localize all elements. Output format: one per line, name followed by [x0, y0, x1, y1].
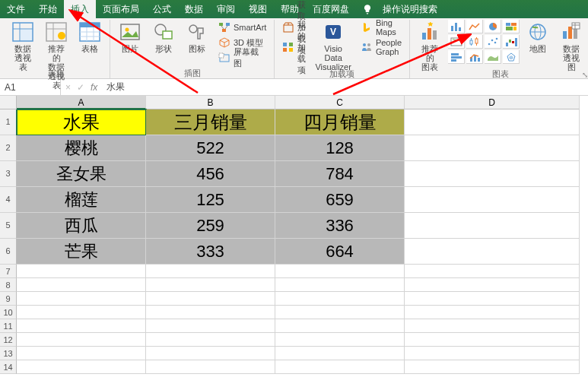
cell[interactable] — [146, 319, 275, 333]
cell[interactable] — [405, 278, 580, 292]
fx-icon[interactable]: fx — [91, 82, 97, 93]
cell[interactable] — [405, 135, 580, 161]
menu-view[interactable]: 视图 — [242, 0, 274, 18]
tellme-input[interactable]: 操作说明搜索 — [376, 0, 444, 18]
cell[interactable] — [275, 319, 405, 333]
chart-map-button[interactable] — [448, 35, 465, 49]
chart-line-button[interactable] — [466, 20, 483, 33]
cell[interactable]: 芒果 — [17, 239, 146, 265]
cell[interactable] — [146, 360, 275, 374]
cell[interactable] — [17, 347, 146, 360]
cell[interactable] — [405, 333, 580, 347]
peoplegraph-button[interactable]: People Graph — [358, 40, 405, 55]
visio-button[interactable]: V Visio Data Visualizer — [312, 20, 354, 73]
recommended-pivot-button[interactable]: 推荐的 数据透视表 — [41, 20, 72, 91]
cell[interactable]: 333 — [146, 239, 275, 265]
cell[interactable]: 784 — [275, 161, 405, 187]
cell[interactable] — [405, 161, 580, 187]
row-header[interactable]: 10 — [0, 306, 17, 319]
cell[interactable] — [146, 265, 275, 278]
cell[interactable] — [17, 306, 146, 319]
cell[interactable]: 664 — [275, 239, 405, 265]
row-header[interactable]: 13 — [0, 347, 17, 360]
cell[interactable] — [405, 239, 580, 265]
table-button[interactable]: 表格 — [75, 20, 105, 55]
row-header[interactable]: 2 — [0, 135, 17, 161]
cell[interactable]: 128 — [275, 135, 405, 161]
cell[interactable]: 522 — [146, 135, 275, 161]
chart-waterfall-button[interactable] — [503, 35, 520, 49]
menu-insert[interactable]: 插入 — [64, 0, 96, 18]
cell[interactable] — [17, 265, 146, 278]
chart-column-button[interactable] — [448, 20, 465, 33]
cell[interactable] — [275, 347, 405, 360]
cell[interactable] — [405, 306, 580, 319]
chart-pie-button[interactable] — [485, 20, 501, 33]
col-header-a[interactable]: A — [17, 96, 146, 109]
cell[interactable] — [405, 347, 580, 360]
cell[interactable] — [17, 292, 146, 306]
pictures-button[interactable]: 图片 — [115, 20, 145, 55]
cell[interactable] — [17, 278, 146, 292]
cell[interactable]: 125 — [146, 187, 275, 213]
cell[interactable] — [405, 187, 580, 213]
cell[interactable] — [146, 278, 275, 292]
chart-stat-button[interactable] — [466, 35, 483, 49]
bingmaps-button[interactable]: Bing Maps — [358, 20, 405, 35]
cell[interactable] — [405, 319, 580, 333]
cell[interactable] — [275, 292, 405, 306]
smartart-button[interactable]: SmartArt — [215, 20, 269, 35]
row-header[interactable]: 7 — [0, 265, 17, 278]
cell[interactable]: 樱桃 — [17, 135, 146, 161]
cell[interactable] — [405, 292, 580, 306]
row-header[interactable]: 8 — [0, 278, 17, 292]
select-all-corner[interactable] — [0, 96, 17, 109]
menu-baidu[interactable]: 百度网盘 — [306, 0, 356, 18]
recommended-charts-button[interactable]: 推荐的 图表 — [415, 20, 445, 73]
my-addin-button[interactable]: 我的加载项 — [279, 40, 309, 55]
cell[interactable] — [405, 265, 580, 278]
cell[interactable] — [405, 360, 580, 374]
spreadsheet[interactable]: A B C D 1水果三月销量四月销量2樱桃5221283圣女果4567844榴… — [0, 96, 588, 374]
menu-data[interactable]: 数据 — [178, 0, 210, 18]
cell[interactable]: 336 — [275, 213, 405, 239]
cell[interactable] — [275, 265, 405, 278]
menu-home[interactable]: 开始 — [32, 0, 64, 18]
row-header[interactable]: 14 — [0, 360, 17, 374]
cell[interactable] — [405, 109, 580, 135]
chart-scatter-button[interactable] — [485, 35, 501, 49]
row-header[interactable]: 6 — [0, 239, 17, 265]
cell[interactable] — [146, 306, 275, 319]
icons-button[interactable]: 图标 — [182, 20, 212, 55]
row-header[interactable]: 3 — [0, 161, 17, 187]
charts-dialog-launcher[interactable]: ⤡ — [582, 71, 588, 79]
maps-button[interactable]: 地图 — [523, 20, 553, 55]
cell[interactable]: 榴莲 — [17, 187, 146, 213]
cell[interactable] — [275, 306, 405, 319]
menu-file[interactable]: 文件 — [0, 0, 32, 18]
cell[interactable] — [146, 333, 275, 347]
chart-surface-button[interactable] — [485, 50, 501, 64]
cell[interactable]: 259 — [146, 213, 275, 239]
row-header[interactable]: 1 — [0, 109, 17, 135]
row-header[interactable]: 12 — [0, 333, 17, 347]
cell[interactable]: 456 — [146, 161, 275, 187]
cell[interactable]: 水果 — [17, 109, 146, 135]
row-header[interactable]: 9 — [0, 292, 17, 306]
cell[interactable] — [275, 333, 405, 347]
cell[interactable]: 西瓜 — [17, 213, 146, 239]
col-header-c[interactable]: C — [275, 96, 405, 109]
cell[interactable] — [405, 213, 580, 239]
cell[interactable] — [17, 360, 146, 374]
col-header-b[interactable]: B — [146, 96, 275, 109]
cell[interactable] — [275, 360, 405, 374]
chart-bar-button[interactable] — [448, 50, 465, 64]
screenshot-button[interactable]: 屏幕截图 — [215, 50, 269, 65]
pivottable-button[interactable]: 数据 透视表 — [8, 20, 38, 73]
chart-hierarchy-button[interactable] — [503, 20, 520, 33]
formula-input[interactable]: 水果 — [102, 81, 588, 94]
cell[interactable]: 圣女果 — [17, 161, 146, 187]
confirm-icon[interactable]: ✓ — [77, 82, 84, 93]
cell[interactable] — [146, 292, 275, 306]
cell[interactable]: 三月销量 — [146, 109, 275, 135]
